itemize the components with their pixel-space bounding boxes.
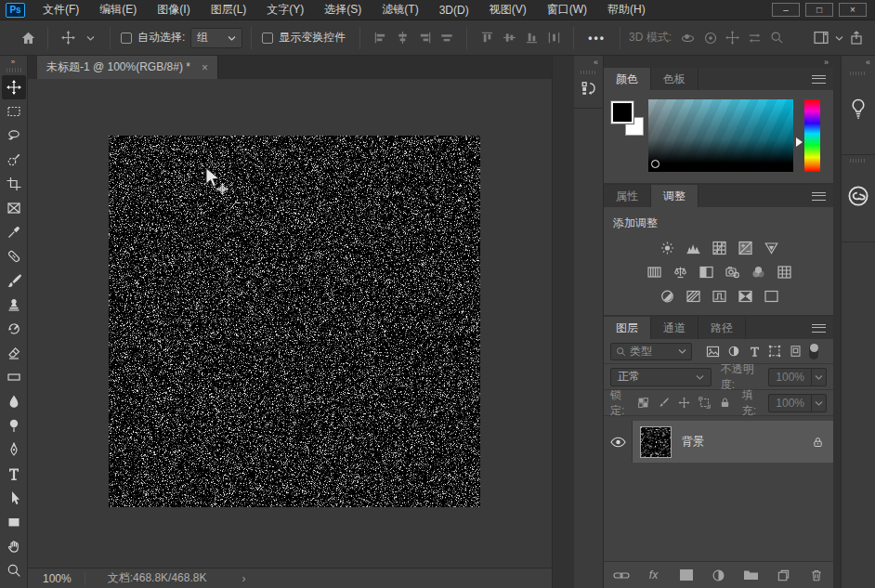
tab-swatches[interactable]: 色板 xyxy=(651,68,699,90)
workspace-chevron-icon[interactable] xyxy=(832,26,845,50)
layer-filter-toggle[interactable] xyxy=(809,344,818,359)
expand-panels-icon[interactable]: « xyxy=(842,56,875,68)
new-layer-icon[interactable] xyxy=(775,566,793,584)
lock-transparency-icon[interactable] xyxy=(637,397,649,409)
delete-layer-icon[interactable] xyxy=(807,566,826,584)
align-vertical-centers-icon[interactable] xyxy=(498,26,520,50)
hue-saturation-icon[interactable] xyxy=(645,263,664,281)
show-transform-checkbox[interactable] xyxy=(262,33,273,44)
minimize-button[interactable]: – xyxy=(772,3,800,17)
3d-orbit-icon[interactable] xyxy=(677,26,699,50)
workspace-switcher-icon[interactable] xyxy=(810,26,832,50)
toolbar-collapse-icon[interactable]: » xyxy=(0,56,27,68)
levels-icon[interactable] xyxy=(684,239,703,256)
threshold-icon[interactable] xyxy=(710,287,729,305)
align-bottom-edges-icon[interactable] xyxy=(520,26,542,50)
brush-tool[interactable] xyxy=(2,268,26,293)
move-tool-preset-icon[interactable] xyxy=(57,26,79,50)
rectangle-tool[interactable] xyxy=(2,510,26,534)
dodge-tool[interactable] xyxy=(2,413,26,438)
blend-mode-dropdown[interactable]: 正常 xyxy=(610,368,712,386)
document-tab[interactable]: 未标题-1 @ 100%(RGB/8#) * × xyxy=(37,56,218,79)
layer-thumbnail[interactable] xyxy=(640,426,672,458)
rectangular-marquee-tool[interactable] xyxy=(2,99,26,124)
menu-view[interactable]: 视图(V) xyxy=(479,0,537,20)
lock-all-icon[interactable] xyxy=(719,397,731,409)
menu-filter[interactable]: 滤镜(T) xyxy=(372,0,428,20)
hue-slider-pointer[interactable] xyxy=(796,137,803,147)
new-adjustment-layer-icon[interactable] xyxy=(710,566,728,584)
menu-image[interactable]: 图像(I) xyxy=(147,0,200,20)
tab-paths[interactable]: 路径 xyxy=(699,317,746,339)
expand-panels-icon[interactable]: « xyxy=(574,56,603,68)
frame-tool[interactable] xyxy=(2,196,26,220)
layer-style-icon[interactable]: fx xyxy=(645,566,663,584)
menu-window[interactable]: 窗口(W) xyxy=(537,0,597,20)
zoom-tool[interactable] xyxy=(2,558,26,582)
panel-menu-icon[interactable] xyxy=(812,192,826,201)
color-lookup-icon[interactable] xyxy=(775,263,794,281)
tab-close-icon[interactable]: × xyxy=(202,61,208,74)
home-icon[interactable] xyxy=(17,26,39,50)
distribute-horizontal-centers-icon[interactable] xyxy=(542,26,565,50)
hue-slider[interactable] xyxy=(804,99,820,172)
align-right-edges-icon[interactable] xyxy=(413,26,436,50)
selective-color-icon[interactable] xyxy=(762,287,781,305)
gradient-map-icon[interactable] xyxy=(736,287,755,305)
posterize-icon[interactable] xyxy=(684,287,703,305)
maximize-button[interactable]: □ xyxy=(805,3,833,17)
spot-healing-brush-tool[interactable] xyxy=(2,244,26,268)
3d-slide-icon[interactable] xyxy=(744,26,766,50)
filter-shape-layers-icon[interactable] xyxy=(768,345,781,358)
channel-mixer-icon[interactable] xyxy=(749,263,768,281)
vibrance-icon[interactable] xyxy=(762,239,781,256)
opacity-field[interactable]: 100% xyxy=(768,368,827,386)
link-layers-icon[interactable] xyxy=(612,566,631,584)
lasso-tool[interactable] xyxy=(2,124,26,148)
layer-lock-icon[interactable] xyxy=(812,436,824,449)
status-expander-icon[interactable]: › xyxy=(242,572,245,585)
filter-type-layers-icon[interactable] xyxy=(749,346,761,358)
saturation-brightness-field[interactable] xyxy=(648,99,793,172)
tab-adjustments[interactable]: 调整 xyxy=(651,185,699,207)
path-selection-tool[interactable] xyxy=(2,486,26,510)
filter-smart-objects-icon[interactable] xyxy=(790,345,802,358)
discover-panel-button[interactable] xyxy=(842,68,875,155)
blur-tool[interactable] xyxy=(2,389,26,413)
menu-file[interactable]: 文件(F) xyxy=(33,0,89,20)
menu-type[interactable]: 文字(Y) xyxy=(256,0,314,20)
hand-tool[interactable] xyxy=(2,534,26,558)
menu-select[interactable]: 选择(S) xyxy=(314,0,372,20)
tab-layers[interactable]: 图层 xyxy=(604,317,651,339)
menu-3d[interactable]: 3D(D) xyxy=(429,0,479,20)
type-tool[interactable] xyxy=(2,462,26,486)
history-panel-button[interactable] xyxy=(574,68,603,109)
eyedropper-tool[interactable] xyxy=(2,220,26,244)
crop-tool[interactable] xyxy=(2,172,26,196)
zoom-level[interactable]: 100% xyxy=(28,572,85,585)
lock-artboard-icon[interactable] xyxy=(699,397,711,409)
color-field-cursor[interactable] xyxy=(651,160,660,168)
3d-scale-icon[interactable] xyxy=(766,26,789,50)
auto-select-checkbox[interactable] xyxy=(121,33,132,44)
panel-menu-icon[interactable] xyxy=(812,324,826,333)
photo-filter-icon[interactable] xyxy=(723,263,742,281)
exposure-icon[interactable] xyxy=(736,239,755,256)
collapse-panels-icon[interactable]: » xyxy=(604,56,833,68)
curves-icon[interactable] xyxy=(710,239,729,256)
canvas-region[interactable] xyxy=(28,79,552,568)
new-group-icon[interactable] xyxy=(742,566,761,584)
foreground-color-swatch[interactable] xyxy=(611,101,633,124)
lock-position-icon[interactable] xyxy=(678,397,690,409)
filter-pixel-layers-icon[interactable] xyxy=(706,346,720,358)
fill-field[interactable]: 100% xyxy=(768,394,827,412)
3d-roll-icon[interactable] xyxy=(699,26,722,50)
align-horizontal-centers-icon[interactable] xyxy=(391,26,413,50)
layer-filter-type-dropdown[interactable]: 类型 xyxy=(610,343,692,360)
black-white-icon[interactable] xyxy=(697,263,716,281)
clone-stamp-tool[interactable] xyxy=(2,293,26,317)
history-brush-tool[interactable] xyxy=(2,317,26,341)
align-left-edges-icon[interactable] xyxy=(369,26,391,50)
brightness-contrast-icon[interactable] xyxy=(658,239,677,256)
panel-menu-icon[interactable] xyxy=(812,75,826,84)
